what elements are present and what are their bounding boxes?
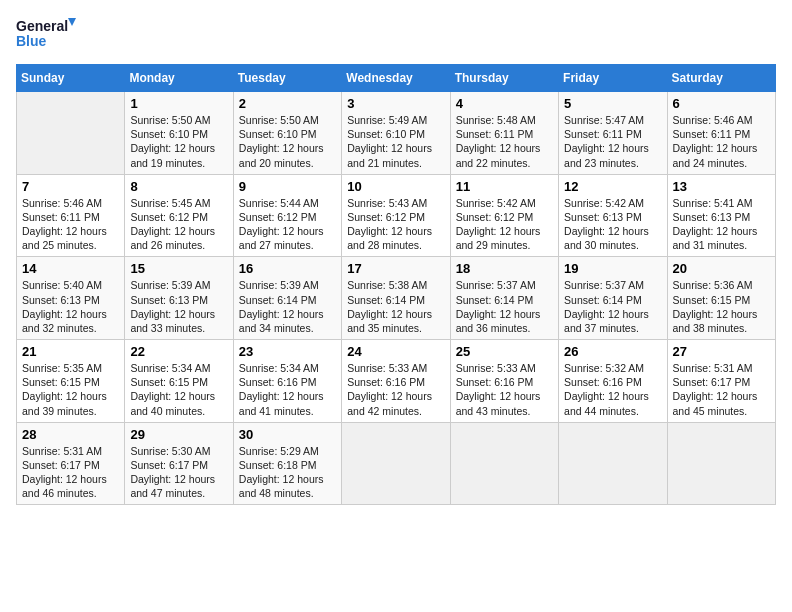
day-cell: 25Sunrise: 5:33 AM Sunset: 6:16 PM Dayli… bbox=[450, 340, 558, 423]
day-number: 1 bbox=[130, 96, 227, 111]
day-cell: 12Sunrise: 5:42 AM Sunset: 6:13 PM Dayli… bbox=[559, 174, 667, 257]
day-info: Sunrise: 5:46 AM Sunset: 6:11 PM Dayligh… bbox=[22, 196, 119, 253]
day-info: Sunrise: 5:43 AM Sunset: 6:12 PM Dayligh… bbox=[347, 196, 444, 253]
day-cell: 18Sunrise: 5:37 AM Sunset: 6:14 PM Dayli… bbox=[450, 257, 558, 340]
day-cell: 7Sunrise: 5:46 AM Sunset: 6:11 PM Daylig… bbox=[17, 174, 125, 257]
day-number: 3 bbox=[347, 96, 444, 111]
day-number: 18 bbox=[456, 261, 553, 276]
day-cell: 24Sunrise: 5:33 AM Sunset: 6:16 PM Dayli… bbox=[342, 340, 450, 423]
week-row-2: 14Sunrise: 5:40 AM Sunset: 6:13 PM Dayli… bbox=[17, 257, 776, 340]
day-number: 25 bbox=[456, 344, 553, 359]
svg-text:General: General bbox=[16, 18, 68, 34]
week-row-1: 7Sunrise: 5:46 AM Sunset: 6:11 PM Daylig… bbox=[17, 174, 776, 257]
day-info: Sunrise: 5:33 AM Sunset: 6:16 PM Dayligh… bbox=[456, 361, 553, 418]
day-info: Sunrise: 5:50 AM Sunset: 6:10 PM Dayligh… bbox=[239, 113, 336, 170]
day-info: Sunrise: 5:46 AM Sunset: 6:11 PM Dayligh… bbox=[673, 113, 770, 170]
day-number: 20 bbox=[673, 261, 770, 276]
day-cell: 4Sunrise: 5:48 AM Sunset: 6:11 PM Daylig… bbox=[450, 92, 558, 175]
day-number: 2 bbox=[239, 96, 336, 111]
day-number: 29 bbox=[130, 427, 227, 442]
day-cell: 22Sunrise: 5:34 AM Sunset: 6:15 PM Dayli… bbox=[125, 340, 233, 423]
day-number: 19 bbox=[564, 261, 661, 276]
header-row: SundayMondayTuesdayWednesdayThursdayFrid… bbox=[17, 65, 776, 92]
col-header-thursday: Thursday bbox=[450, 65, 558, 92]
col-header-saturday: Saturday bbox=[667, 65, 775, 92]
day-info: Sunrise: 5:47 AM Sunset: 6:11 PM Dayligh… bbox=[564, 113, 661, 170]
day-number: 9 bbox=[239, 179, 336, 194]
day-info: Sunrise: 5:35 AM Sunset: 6:15 PM Dayligh… bbox=[22, 361, 119, 418]
day-cell: 23Sunrise: 5:34 AM Sunset: 6:16 PM Dayli… bbox=[233, 340, 341, 423]
day-cell: 15Sunrise: 5:39 AM Sunset: 6:13 PM Dayli… bbox=[125, 257, 233, 340]
day-cell: 6Sunrise: 5:46 AM Sunset: 6:11 PM Daylig… bbox=[667, 92, 775, 175]
day-cell bbox=[559, 422, 667, 505]
day-number: 28 bbox=[22, 427, 119, 442]
day-cell: 13Sunrise: 5:41 AM Sunset: 6:13 PM Dayli… bbox=[667, 174, 775, 257]
day-cell: 10Sunrise: 5:43 AM Sunset: 6:12 PM Dayli… bbox=[342, 174, 450, 257]
day-info: Sunrise: 5:30 AM Sunset: 6:17 PM Dayligh… bbox=[130, 444, 227, 501]
day-info: Sunrise: 5:40 AM Sunset: 6:13 PM Dayligh… bbox=[22, 278, 119, 335]
day-info: Sunrise: 5:33 AM Sunset: 6:16 PM Dayligh… bbox=[347, 361, 444, 418]
day-cell: 11Sunrise: 5:42 AM Sunset: 6:12 PM Dayli… bbox=[450, 174, 558, 257]
day-info: Sunrise: 5:39 AM Sunset: 6:13 PM Dayligh… bbox=[130, 278, 227, 335]
day-cell: 16Sunrise: 5:39 AM Sunset: 6:14 PM Dayli… bbox=[233, 257, 341, 340]
day-number: 16 bbox=[239, 261, 336, 276]
day-number: 27 bbox=[673, 344, 770, 359]
day-cell bbox=[450, 422, 558, 505]
day-number: 4 bbox=[456, 96, 553, 111]
header: General Blue bbox=[16, 16, 776, 52]
day-info: Sunrise: 5:41 AM Sunset: 6:13 PM Dayligh… bbox=[673, 196, 770, 253]
day-number: 7 bbox=[22, 179, 119, 194]
day-number: 6 bbox=[673, 96, 770, 111]
day-cell: 5Sunrise: 5:47 AM Sunset: 6:11 PM Daylig… bbox=[559, 92, 667, 175]
day-cell: 1Sunrise: 5:50 AM Sunset: 6:10 PM Daylig… bbox=[125, 92, 233, 175]
day-cell: 8Sunrise: 5:45 AM Sunset: 6:12 PM Daylig… bbox=[125, 174, 233, 257]
day-info: Sunrise: 5:48 AM Sunset: 6:11 PM Dayligh… bbox=[456, 113, 553, 170]
day-info: Sunrise: 5:42 AM Sunset: 6:13 PM Dayligh… bbox=[564, 196, 661, 253]
day-number: 13 bbox=[673, 179, 770, 194]
day-info: Sunrise: 5:50 AM Sunset: 6:10 PM Dayligh… bbox=[130, 113, 227, 170]
day-cell: 9Sunrise: 5:44 AM Sunset: 6:12 PM Daylig… bbox=[233, 174, 341, 257]
day-info: Sunrise: 5:37 AM Sunset: 6:14 PM Dayligh… bbox=[564, 278, 661, 335]
day-info: Sunrise: 5:31 AM Sunset: 6:17 PM Dayligh… bbox=[22, 444, 119, 501]
col-header-tuesday: Tuesday bbox=[233, 65, 341, 92]
day-cell: 28Sunrise: 5:31 AM Sunset: 6:17 PM Dayli… bbox=[17, 422, 125, 505]
day-info: Sunrise: 5:34 AM Sunset: 6:15 PM Dayligh… bbox=[130, 361, 227, 418]
day-info: Sunrise: 5:34 AM Sunset: 6:16 PM Dayligh… bbox=[239, 361, 336, 418]
calendar-table: SundayMondayTuesdayWednesdayThursdayFrid… bbox=[16, 64, 776, 505]
day-info: Sunrise: 5:37 AM Sunset: 6:14 PM Dayligh… bbox=[456, 278, 553, 335]
day-info: Sunrise: 5:31 AM Sunset: 6:17 PM Dayligh… bbox=[673, 361, 770, 418]
day-cell bbox=[667, 422, 775, 505]
col-header-sunday: Sunday bbox=[17, 65, 125, 92]
day-number: 17 bbox=[347, 261, 444, 276]
day-cell: 20Sunrise: 5:36 AM Sunset: 6:15 PM Dayli… bbox=[667, 257, 775, 340]
day-number: 15 bbox=[130, 261, 227, 276]
day-info: Sunrise: 5:38 AM Sunset: 6:14 PM Dayligh… bbox=[347, 278, 444, 335]
day-number: 24 bbox=[347, 344, 444, 359]
svg-text:Blue: Blue bbox=[16, 33, 47, 49]
day-cell: 19Sunrise: 5:37 AM Sunset: 6:14 PM Dayli… bbox=[559, 257, 667, 340]
day-info: Sunrise: 5:49 AM Sunset: 6:10 PM Dayligh… bbox=[347, 113, 444, 170]
col-header-wednesday: Wednesday bbox=[342, 65, 450, 92]
day-number: 30 bbox=[239, 427, 336, 442]
logo: General Blue bbox=[16, 16, 76, 52]
week-row-4: 28Sunrise: 5:31 AM Sunset: 6:17 PM Dayli… bbox=[17, 422, 776, 505]
col-header-friday: Friday bbox=[559, 65, 667, 92]
logo-svg: General Blue bbox=[16, 16, 76, 52]
day-cell: 14Sunrise: 5:40 AM Sunset: 6:13 PM Dayli… bbox=[17, 257, 125, 340]
col-header-monday: Monday bbox=[125, 65, 233, 92]
day-number: 5 bbox=[564, 96, 661, 111]
day-number: 21 bbox=[22, 344, 119, 359]
day-cell: 26Sunrise: 5:32 AM Sunset: 6:16 PM Dayli… bbox=[559, 340, 667, 423]
week-row-3: 21Sunrise: 5:35 AM Sunset: 6:15 PM Dayli… bbox=[17, 340, 776, 423]
day-info: Sunrise: 5:42 AM Sunset: 6:12 PM Dayligh… bbox=[456, 196, 553, 253]
day-info: Sunrise: 5:29 AM Sunset: 6:18 PM Dayligh… bbox=[239, 444, 336, 501]
day-cell: 2Sunrise: 5:50 AM Sunset: 6:10 PM Daylig… bbox=[233, 92, 341, 175]
day-info: Sunrise: 5:32 AM Sunset: 6:16 PM Dayligh… bbox=[564, 361, 661, 418]
day-cell: 27Sunrise: 5:31 AM Sunset: 6:17 PM Dayli… bbox=[667, 340, 775, 423]
day-number: 11 bbox=[456, 179, 553, 194]
svg-marker-2 bbox=[68, 18, 76, 26]
week-row-0: 1Sunrise: 5:50 AM Sunset: 6:10 PM Daylig… bbox=[17, 92, 776, 175]
day-info: Sunrise: 5:39 AM Sunset: 6:14 PM Dayligh… bbox=[239, 278, 336, 335]
day-info: Sunrise: 5:44 AM Sunset: 6:12 PM Dayligh… bbox=[239, 196, 336, 253]
day-info: Sunrise: 5:36 AM Sunset: 6:15 PM Dayligh… bbox=[673, 278, 770, 335]
